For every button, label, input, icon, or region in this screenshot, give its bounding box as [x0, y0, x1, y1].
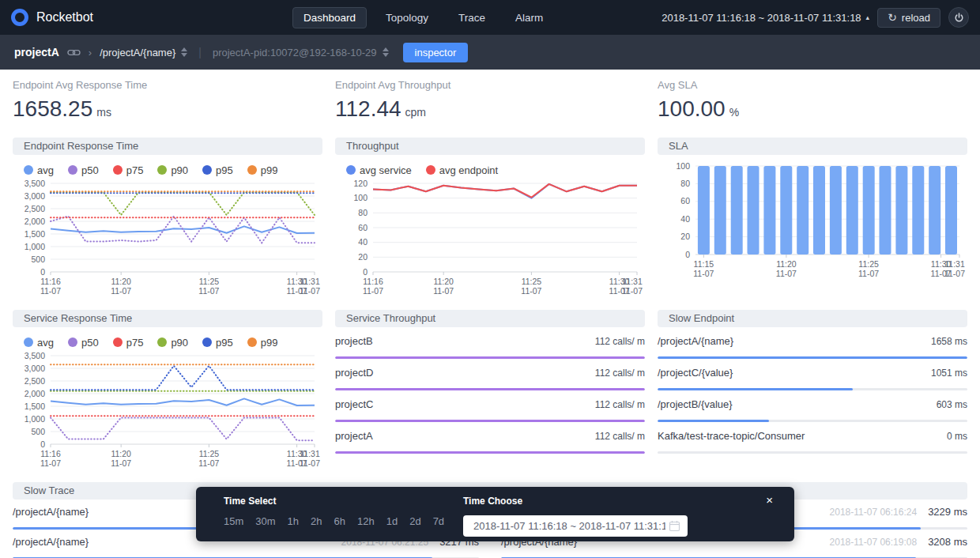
endpoint-value: 603 ms [937, 399, 967, 410]
inspector-button[interactable]: inspector [403, 43, 469, 62]
select-arrows-icon [181, 47, 187, 57]
legend-item-avg-endpoint[interactable]: avg endpoint [426, 164, 498, 176]
metric-endpoint-avg-throughput: Endpoint Avg Throughput 112.44cpm [335, 79, 645, 122]
legend-dot [202, 165, 212, 175]
chart-legend: avgp50p75p90p95p99 [13, 155, 322, 179]
range-option-15m[interactable]: 15m [224, 515, 243, 527]
svg-text:0: 0 [40, 267, 45, 277]
service-name: projectD [335, 367, 373, 379]
dashboard-main: Endpoint Avg Response Time 1658.25ms End… [0, 70, 980, 558]
svg-text:11-07: 11-07 [433, 286, 454, 296]
time-range-toggle[interactable]: 2018-11-07 11:16:18 ~ 2018-11-07 11:31:1… [662, 12, 869, 24]
progress-track [658, 451, 967, 454]
list-item[interactable]: /projectA/{name}1658 ms [658, 327, 967, 359]
metric-value: 112.44cpm [335, 96, 645, 122]
tab-alarm[interactable]: Alarm [504, 7, 554, 28]
panel-endpoint-response-time: Endpoint Response Time avgp50p75p90p95p9… [13, 138, 322, 297]
svg-text:11-07: 11-07 [300, 286, 320, 296]
list-item[interactable]: Kafka/test-trace-topic/Consumer0 ms [658, 422, 967, 454]
throughput-chart: 02040608010012011:1611-0711:2011-0711:25… [335, 179, 645, 297]
legend-item-p95[interactable]: p95 [202, 164, 233, 176]
legend-item-p95[interactable]: p95 [202, 337, 233, 349]
range-option-7d[interactable]: 7d [433, 515, 444, 527]
close-icon[interactable]: × [766, 494, 773, 506]
svg-text:11:20: 11:20 [433, 277, 454, 286]
legend-item-p50[interactable]: p50 [68, 164, 99, 176]
list-item[interactable]: projectD112 calls/ m [335, 359, 645, 390]
endpoint-selector[interactable]: /projectA/{name} [100, 47, 187, 58]
brand: Rocketbot [11, 9, 272, 26]
list-item[interactable]: projectA112 calls/ m [335, 422, 645, 454]
svg-text:2,000: 2,000 [24, 217, 45, 226]
svg-text:0: 0 [40, 439, 45, 449]
legend-item-p90[interactable]: p90 [157, 164, 188, 176]
range-option-12h[interactable]: 12h [357, 515, 375, 527]
legend-item-p99[interactable]: p99 [247, 337, 278, 349]
progress-track [335, 451, 645, 454]
list-item[interactable]: projectB112 calls/ m [335, 327, 645, 359]
svg-text:11:31: 11:31 [622, 277, 643, 286]
endpoint-name: /projectC/{value} [658, 367, 733, 379]
service-value: 112 calls/ m [595, 336, 645, 347]
range-option-1d[interactable]: 1d [386, 515, 398, 527]
list-item[interactable]: /projectC/{value}1051 ms [658, 359, 967, 390]
tab-dashboard[interactable]: Dashboard [292, 7, 367, 28]
tab-trace[interactable]: Trace [447, 7, 496, 28]
panel-slow-endpoint: Slow Endpoint /projectA/{name}1658 ms /p… [658, 310, 967, 469]
metric-value: 100.00% [658, 96, 967, 122]
legend-item-p50[interactable]: p50 [68, 337, 99, 349]
tab-topology[interactable]: Topology [375, 7, 439, 28]
metric-label: Endpoint Avg Throughput [335, 79, 645, 91]
service-name[interactable]: projectA [14, 46, 59, 58]
range-option-2h[interactable]: 2h [311, 515, 322, 527]
legend-item-p75[interactable]: p75 [113, 337, 144, 349]
time-picker-popup: Time Select 15m 30m 1h 2h 6h 12h 1d 2d 7… [196, 487, 794, 541]
panel-throughput: Throughput avg serviceavg endpoint 02040… [335, 138, 645, 297]
panel-title: Service Throughput [335, 310, 645, 327]
instance-selector[interactable]: projectA-pid:10072@192-168-10-29 [213, 47, 389, 58]
legend-item-avg[interactable]: avg [24, 164, 54, 176]
legend-item-p99[interactable]: p99 [247, 164, 278, 176]
svg-text:3,000: 3,000 [24, 364, 45, 373]
line-chart-svg: 02040608010012011:1611-0711:2011-0711:25… [335, 179, 645, 297]
time-select-title: Time Select [224, 496, 444, 507]
link-icon[interactable] [67, 48, 81, 57]
svg-text:1,000: 1,000 [24, 414, 45, 424]
svg-text:0: 0 [685, 250, 690, 259]
svg-text:3,000: 3,000 [24, 191, 45, 201]
power-icon [954, 13, 964, 23]
sla-chart: 02040608010011:1511-0711:2011-0711:2511-… [658, 155, 967, 280]
time-choose-input[interactable] [463, 515, 688, 537]
svg-text:3,500: 3,500 [24, 179, 45, 188]
svg-text:11-07: 11-07 [776, 269, 797, 278]
select-arrows-icon [383, 47, 389, 57]
legend-dot [68, 165, 77, 175]
power-button[interactable] [948, 7, 969, 28]
metric-unit: % [729, 106, 739, 119]
svg-text:60: 60 [680, 196, 690, 205]
legend-item-avg[interactable]: avg [24, 337, 54, 349]
line-chart-svg: 05001,0001,5002,0002,5003,0003,50011:161… [13, 351, 322, 469]
legend-item-p75[interactable]: p75 [113, 164, 144, 176]
service-name: projectC [335, 398, 373, 410]
reload-button[interactable]: ↻ reload [877, 8, 940, 28]
svg-text:11-07: 11-07 [40, 286, 61, 296]
range-option-1h[interactable]: 1h [288, 515, 299, 527]
range-option-2d[interactable]: 2d [409, 515, 420, 527]
list-item[interactable]: projectC112 calls/ m [335, 390, 645, 422]
service-value: 112 calls/ m [595, 368, 645, 379]
svg-text:40: 40 [358, 237, 368, 247]
panel-title: SLA [658, 138, 967, 155]
range-option-6h[interactable]: 6h [334, 515, 345, 527]
range-option-30m[interactable]: 30m [255, 515, 275, 527]
chart-legend: avgp50p75p90p95p99 [13, 327, 322, 351]
svg-text:11:20: 11:20 [111, 449, 131, 458]
breadcrumb-chevron: › [89, 47, 92, 58]
svg-text:11:25: 11:25 [858, 259, 879, 269]
legend-item-p90[interactable]: p90 [157, 337, 188, 349]
svg-text:0: 0 [363, 267, 368, 277]
legend-dot [202, 337, 212, 347]
list-item[interactable]: /projectB/{value}603 ms [658, 390, 967, 422]
svg-text:11-07: 11-07 [521, 286, 541, 296]
legend-item-avg-service[interactable]: avg service [346, 164, 412, 176]
